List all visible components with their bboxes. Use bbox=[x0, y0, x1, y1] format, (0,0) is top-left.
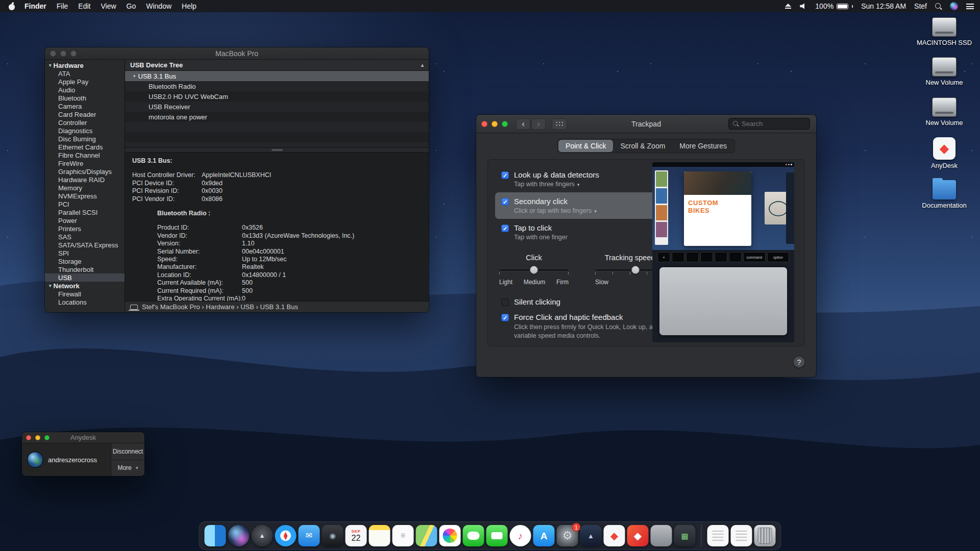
breadcrumb[interactable]: Stef's MacBook Pro › Hardware › USB › US… bbox=[142, 303, 298, 311]
menu-bar-item[interactable]: File bbox=[52, 0, 74, 12]
dock-item-mail[interactable]: ✉ bbox=[299, 525, 320, 546]
sidebar-item[interactable]: NVMExpress bbox=[45, 192, 125, 200]
sidebar-item[interactable]: Bluetooth bbox=[45, 94, 125, 102]
disclosure-triangle-icon[interactable]: ▾ bbox=[133, 73, 136, 79]
preferences-search-field[interactable] bbox=[728, 118, 810, 130]
dock-item-maps[interactable] bbox=[416, 525, 437, 546]
dock-item-textedit[interactable] bbox=[707, 525, 729, 546]
dock-item-reminders[interactable]: ≡ bbox=[393, 525, 414, 546]
dock-item-anydesk[interactable]: ◆ bbox=[604, 525, 625, 546]
siri-icon[interactable] bbox=[950, 2, 958, 10]
sidebar-item[interactable]: Audio bbox=[45, 86, 125, 94]
desktop-icon-documentation[interactable]: Documentation bbox=[915, 180, 974, 209]
sidebar-item[interactable]: Storage bbox=[45, 257, 125, 265]
search-input[interactable] bbox=[742, 120, 798, 128]
checkbox[interactable] bbox=[501, 224, 509, 232]
sidebar-item[interactable]: Ethernet Cards bbox=[45, 143, 125, 151]
menu-bar-item[interactable]: Window bbox=[141, 0, 177, 12]
sidebar-item[interactable]: Disc Burning bbox=[45, 135, 125, 143]
sidebar-item[interactable]: ▾ Hardware bbox=[45, 61, 125, 69]
volume-icon[interactable] bbox=[800, 3, 807, 9]
user-menu-label[interactable]: Stef bbox=[914, 2, 927, 10]
usb-device-tree-header[interactable]: USB Device Tree ▴ bbox=[125, 60, 429, 71]
gesture-option-setting[interactable]: Tap with three fingers▾ bbox=[514, 181, 599, 188]
spotlight-search-icon[interactable] bbox=[935, 3, 942, 10]
disclosure-triangle-icon[interactable]: ▾ bbox=[49, 63, 52, 68]
menu-bar-item[interactable]: Edit bbox=[73, 0, 95, 12]
help-button[interactable]: ? bbox=[793, 356, 805, 368]
apple-menu-icon[interactable] bbox=[8, 3, 15, 10]
trackpad-tab[interactable]: More Gestures bbox=[672, 140, 734, 152]
sidebar-item[interactable]: Camera bbox=[45, 102, 125, 110]
sidebar-item[interactable]: ATA bbox=[45, 69, 125, 78]
tracking-slider-thumb[interactable] bbox=[631, 266, 640, 274]
gesture-option-row[interactable]: Tap to click Tap with one finger bbox=[495, 219, 659, 245]
minimize-button[interactable] bbox=[60, 51, 66, 57]
close-button[interactable] bbox=[481, 121, 487, 127]
checkbox[interactable] bbox=[501, 298, 509, 306]
sidebar-item[interactable]: Graphics/Displays bbox=[45, 167, 125, 176]
anydesk-titlebar[interactable]: Anydesk bbox=[22, 432, 144, 443]
sidebar-item[interactable]: SPI bbox=[45, 249, 125, 257]
battery-status[interactable]: 100% bbox=[815, 2, 853, 10]
dock-item-notes[interactable] bbox=[369, 525, 390, 546]
dock-item-finder[interactable] bbox=[205, 525, 226, 546]
sidebar-item[interactable]: Controller bbox=[45, 118, 125, 127]
dock-item-hardware-app[interactable]: ▦ bbox=[674, 525, 696, 546]
sidebar-item[interactable]: Locations bbox=[45, 298, 125, 306]
sidebar-item[interactable]: PCI bbox=[45, 200, 125, 208]
notification-center-icon[interactable] bbox=[966, 4, 974, 9]
dock-item-facetime[interactable] bbox=[486, 525, 508, 546]
zoom-button[interactable] bbox=[44, 435, 50, 440]
menu-bar-item[interactable]: Go bbox=[121, 0, 141, 12]
close-button[interactable] bbox=[50, 51, 56, 57]
trackpad-tab[interactable]: Point & Click bbox=[558, 140, 613, 152]
checkbox[interactable] bbox=[501, 314, 509, 321]
desktop-icon-new-volume-1[interactable]: New Volume bbox=[915, 57, 974, 86]
dock-item-anydesk-alt[interactable]: ◆ bbox=[627, 525, 649, 546]
dock-item-trash[interactable] bbox=[754, 525, 776, 546]
usb-tree-row[interactable]: motorola one power bbox=[125, 112, 429, 122]
trackpad-tab[interactable]: Scroll & Zoom bbox=[613, 140, 672, 152]
menu-bar-item[interactable]: View bbox=[95, 0, 121, 12]
usb-tree-row[interactable]: USB2.0 HD UVC WebCam bbox=[125, 91, 429, 102]
dock-item-safari[interactable]: ◆ bbox=[275, 525, 297, 546]
checkbox[interactable] bbox=[501, 198, 509, 206]
dock-item-calendar[interactable]: SEP 22 bbox=[346, 525, 367, 546]
sidebar-item[interactable]: Hardware RAID bbox=[45, 176, 125, 184]
gesture-option-setting[interactable]: Tap with one finger bbox=[514, 234, 568, 241]
usb-tree-row[interactable]: ▾ USB 3.1 Bus bbox=[125, 71, 429, 81]
sidebar-item[interactable]: Apple Pay bbox=[45, 78, 125, 86]
minimize-button[interactable] bbox=[35, 435, 40, 440]
dock-item-dark-photo-app[interactable]: ▲ bbox=[580, 525, 602, 546]
back-button[interactable]: ‹ bbox=[516, 118, 530, 130]
sidebar-item[interactable]: Parallel SCSI bbox=[45, 208, 125, 216]
click-slider-thumb[interactable] bbox=[530, 266, 538, 274]
sidebar-item[interactable]: SATA/SATA Express bbox=[45, 241, 125, 249]
dock-item-photos[interactable] bbox=[439, 525, 461, 546]
sidebar-item[interactable]: Thunderbolt bbox=[45, 265, 125, 273]
forward-button[interactable]: › bbox=[531, 118, 546, 130]
eject-icon[interactable] bbox=[785, 4, 792, 9]
gesture-option-row[interactable]: Secondary click Click or tap with two fi… bbox=[495, 192, 659, 219]
gesture-option-setting[interactable]: Click or tap with two fingers▾ bbox=[514, 207, 597, 214]
dock-item-messages[interactable] bbox=[463, 525, 484, 546]
minimize-button[interactable] bbox=[492, 121, 498, 127]
dock-item-photo-booth[interactable]: ◉ bbox=[322, 525, 344, 546]
desktop-icon-new-volume-2[interactable]: New Volume bbox=[915, 97, 974, 127]
dock-item-itunes[interactable]: ♪ bbox=[510, 525, 531, 546]
more-button[interactable]: More ▾ bbox=[111, 460, 144, 477]
sidebar-item[interactable]: Fibre Channel bbox=[45, 151, 125, 159]
dock-item-system-preferences[interactable]: ⚙ 1 bbox=[557, 525, 578, 546]
clock-label[interactable]: Sun 12:58 AM bbox=[861, 2, 906, 10]
disconnect-button[interactable]: Disconnect bbox=[111, 443, 144, 460]
dock-item-app-store[interactable]: A bbox=[533, 525, 555, 546]
sidebar-item[interactable]: Card Reader bbox=[45, 110, 125, 118]
trackpad-titlebar[interactable]: ‹ › Trackpad bbox=[476, 115, 816, 133]
desktop-icon-anydesk[interactable]: AnyDesk bbox=[915, 137, 974, 169]
desktop-icon-macintosh-ssd[interactable]: MACINTOSH SSD bbox=[915, 17, 974, 46]
pane-splitter-handle[interactable] bbox=[125, 147, 429, 153]
sidebar-item[interactable]: Power bbox=[45, 216, 125, 224]
sidebar-item[interactable]: FireWire bbox=[45, 159, 125, 167]
checkbox[interactable] bbox=[501, 171, 509, 179]
